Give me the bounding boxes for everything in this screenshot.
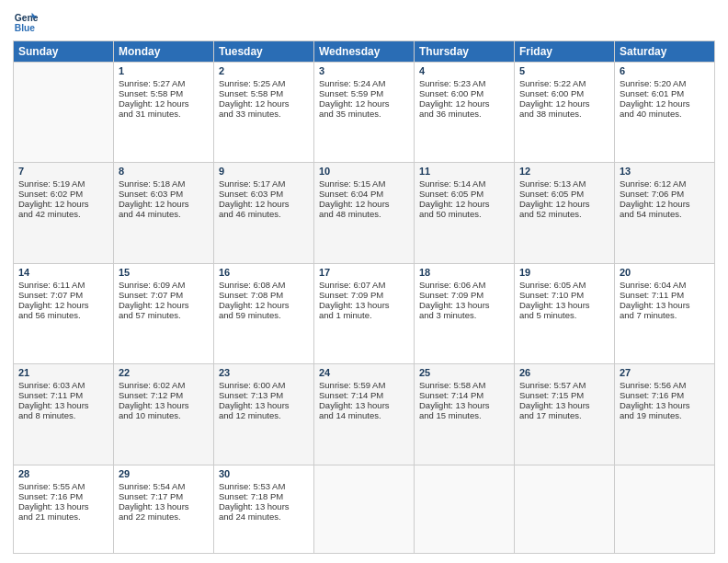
day-info-line: Daylight: 13 hours <box>319 400 409 410</box>
day-cell: 27Sunrise: 5:56 AMSunset: 7:16 PMDayligh… <box>615 364 715 465</box>
day-number: 4 <box>419 65 509 76</box>
day-info-line: and 50 minutes. <box>419 209 509 219</box>
day-number: 26 <box>519 367 609 378</box>
day-info-line: Sunrise: 5:59 AM <box>319 380 409 390</box>
day-info-line: Sunrise: 5:13 AM <box>519 178 609 189</box>
day-info-line: and 40 minutes. <box>620 109 710 119</box>
day-info-line: and 31 minutes. <box>119 109 209 119</box>
day-info-line: Daylight: 13 hours <box>419 400 509 410</box>
day-info-line: Sunrise: 5:54 AM <box>119 481 209 491</box>
day-number: 22 <box>119 367 209 378</box>
day-info-line: Sunset: 7:18 PM <box>219 491 309 501</box>
svg-text:Blue: Blue <box>15 23 36 33</box>
page: General Blue SundayMondayTuesdayWednesda… <box>0 0 728 563</box>
day-info-line: Sunrise: 5:53 AM <box>219 481 309 491</box>
day-cell: 13Sunrise: 6:12 AMSunset: 7:06 PMDayligh… <box>615 163 715 263</box>
day-info-line: Sunset: 7:15 PM <box>519 390 609 400</box>
day-info-line: Sunrise: 6:06 AM <box>419 280 509 290</box>
day-cell: 26Sunrise: 5:57 AMSunset: 7:15 PMDayligh… <box>515 364 615 465</box>
day-info-line: Daylight: 12 hours <box>620 199 710 209</box>
day-number: 29 <box>119 468 209 479</box>
day-info-line: and 38 minutes. <box>519 109 609 119</box>
day-info-line: Sunset: 7:07 PM <box>18 290 108 300</box>
day-cell: 25Sunrise: 5:58 AMSunset: 7:14 PMDayligh… <box>415 364 515 465</box>
day-cell: 8Sunrise: 5:18 AMSunset: 6:03 PMDaylight… <box>114 163 214 263</box>
day-cell: 20Sunrise: 6:04 AMSunset: 7:11 PMDayligh… <box>615 263 715 363</box>
day-cell <box>515 465 615 553</box>
day-info-line: and 21 minutes. <box>18 511 108 522</box>
day-number: 6 <box>620 65 710 76</box>
day-cell: 29Sunrise: 5:54 AMSunset: 7:17 PMDayligh… <box>114 465 214 553</box>
day-info-line: Sunset: 7:17 PM <box>119 491 209 501</box>
day-number: 16 <box>219 267 309 278</box>
day-cell: 23Sunrise: 6:00 AMSunset: 7:13 PMDayligh… <box>214 364 314 465</box>
day-info-line: Daylight: 12 hours <box>319 98 409 109</box>
day-cell: 22Sunrise: 6:02 AMSunset: 7:12 PMDayligh… <box>114 364 214 465</box>
day-info-line: and 7 minutes. <box>620 310 710 320</box>
day-info-line: and 17 minutes. <box>519 410 609 420</box>
day-info-line: Sunrise: 5:56 AM <box>620 380 710 390</box>
day-info-line: and 33 minutes. <box>219 109 309 119</box>
day-info-line: and 36 minutes. <box>419 109 509 119</box>
day-number: 18 <box>419 267 509 278</box>
day-cell: 12Sunrise: 5:13 AMSunset: 6:05 PMDayligh… <box>515 163 615 263</box>
day-info-line: Sunrise: 5:58 AM <box>419 380 509 390</box>
day-info-line: Daylight: 12 hours <box>219 300 309 310</box>
day-cell: 28Sunrise: 5:55 AMSunset: 7:16 PMDayligh… <box>14 465 114 553</box>
day-info-line: Daylight: 13 hours <box>119 400 209 410</box>
day-info-line: Daylight: 12 hours <box>119 98 209 109</box>
week-row-5: 28Sunrise: 5:55 AMSunset: 7:16 PMDayligh… <box>14 465 715 553</box>
day-cell: 2Sunrise: 5:25 AMSunset: 5:58 PMDaylight… <box>214 63 314 163</box>
day-number: 11 <box>419 166 509 177</box>
day-cell: 19Sunrise: 6:05 AMSunset: 7:10 PMDayligh… <box>515 263 615 363</box>
day-info-line: Sunset: 6:03 PM <box>119 189 209 199</box>
day-info-line: and 14 minutes. <box>319 410 409 420</box>
day-info-line: Sunrise: 5:25 AM <box>219 78 309 88</box>
day-number: 30 <box>219 468 309 479</box>
week-row-4: 21Sunrise: 6:03 AMSunset: 7:11 PMDayligh… <box>14 364 715 465</box>
day-info-line: Sunrise: 6:07 AM <box>319 280 409 290</box>
day-number: 12 <box>519 166 609 177</box>
header-row: SundayMondayTuesdayWednesdayThursdayFrid… <box>14 41 715 63</box>
header-cell-monday: Monday <box>114 41 214 63</box>
day-info-line: Sunset: 7:08 PM <box>219 290 309 300</box>
logo: General Blue <box>13 9 40 35</box>
day-info-line: and 15 minutes. <box>419 410 509 420</box>
day-info-line: Daylight: 13 hours <box>620 300 710 310</box>
day-cell: 3Sunrise: 5:24 AMSunset: 5:59 PMDaylight… <box>314 63 415 163</box>
day-info-line: and 44 minutes. <box>119 209 209 219</box>
day-info-line: Daylight: 13 hours <box>319 300 409 310</box>
week-row-3: 14Sunrise: 6:11 AMSunset: 7:07 PMDayligh… <box>14 263 715 363</box>
day-info-line: Sunrise: 6:00 AM <box>219 380 309 390</box>
day-info-line: Sunset: 7:09 PM <box>419 290 509 300</box>
day-number: 3 <box>319 65 409 76</box>
day-info-line: Sunrise: 5:17 AM <box>219 178 309 189</box>
day-info-line: Daylight: 13 hours <box>18 501 108 511</box>
logo-icon: General Blue <box>13 9 39 35</box>
day-info-line: Sunrise: 6:12 AM <box>620 178 710 189</box>
day-info-line: Daylight: 13 hours <box>519 300 609 310</box>
day-info-line: and 10 minutes. <box>119 410 209 420</box>
day-info-line: Sunset: 6:00 PM <box>419 88 509 98</box>
day-info-line: Daylight: 12 hours <box>319 199 409 209</box>
day-cell: 6Sunrise: 5:20 AMSunset: 6:01 PMDaylight… <box>615 63 715 163</box>
day-info-line: Daylight: 12 hours <box>219 199 309 209</box>
day-info-line: Daylight: 12 hours <box>519 98 609 109</box>
day-info-line: Sunrise: 6:05 AM <box>519 280 609 290</box>
day-info-line: Daylight: 13 hours <box>419 300 509 310</box>
day-cell: 17Sunrise: 6:07 AMSunset: 7:09 PMDayligh… <box>314 263 415 363</box>
calendar-body: 1Sunrise: 5:27 AMSunset: 5:58 PMDaylight… <box>14 63 715 554</box>
day-info-line: Sunrise: 6:03 AM <box>18 380 108 390</box>
day-number: 15 <box>119 267 209 278</box>
day-info-line: and 42 minutes. <box>18 209 108 219</box>
day-number: 21 <box>18 367 108 378</box>
day-info-line: and 3 minutes. <box>419 310 509 320</box>
day-info-line: and 8 minutes. <box>18 410 108 420</box>
day-info-line: and 35 minutes. <box>319 109 409 119</box>
day-cell <box>615 465 715 553</box>
day-info-line: and 24 minutes. <box>219 511 309 522</box>
day-info-line: Sunrise: 6:02 AM <box>119 380 209 390</box>
day-number: 10 <box>319 166 409 177</box>
day-info-line: and 46 minutes. <box>219 209 309 219</box>
day-cell: 7Sunrise: 5:19 AMSunset: 6:02 PMDaylight… <box>14 163 114 263</box>
